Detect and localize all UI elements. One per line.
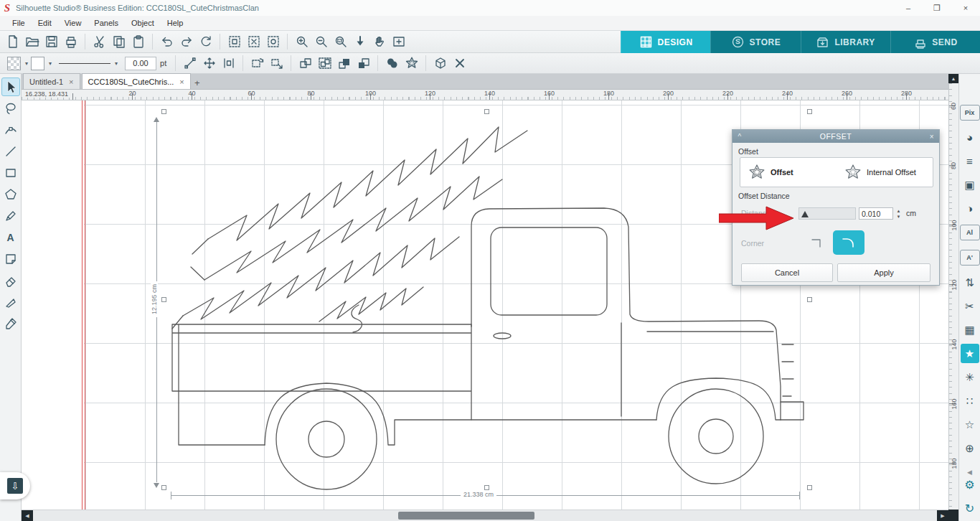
selection-handle[interactable]	[161, 109, 166, 114]
distance-slider[interactable]	[798, 207, 856, 220]
cancel-button[interactable]: Cancel	[741, 263, 833, 282]
save-icon[interactable]	[42, 32, 61, 51]
send-to-back-icon[interactable]	[354, 54, 373, 72]
menu-item[interactable]: Panels	[88, 19, 125, 27]
preferences-gear-icon[interactable]: ⚙	[961, 475, 979, 494]
maximize-icon[interactable]: ❒	[923, 0, 951, 16]
eyedropper-tool[interactable]	[1, 314, 20, 333]
line-tool[interactable]	[1, 142, 20, 161]
corner-round-button[interactable]	[833, 230, 864, 255]
line-segment-icon[interactable]	[180, 54, 199, 72]
puzzle-panel-icon[interactable]: ⊕	[961, 438, 979, 458]
zoom-out-icon[interactable]	[311, 32, 331, 51]
fill-color-swatch[interactable]	[4, 54, 24, 72]
redo-icon[interactable]	[176, 32, 196, 51]
rectangle-tool[interactable]	[1, 164, 20, 182]
line-style-select[interactable]: ▾	[56, 60, 118, 67]
tab-send[interactable]: SEND	[890, 31, 980, 53]
tab-design[interactable]: DESIGN	[621, 31, 710, 53]
tab-close-icon[interactable]: ×	[69, 78, 73, 86]
pixscan-panel-icon[interactable]: Pix	[960, 105, 980, 121]
text-style-panel-icon[interactable]: Al	[960, 225, 980, 240]
modify-panel-icon[interactable]: ✂	[961, 296, 979, 316]
new-tab-button[interactable]: +	[191, 76, 204, 89]
open-file-icon[interactable]	[22, 32, 42, 51]
line-color-swatch[interactable]	[28, 54, 47, 72]
ungroup-icon[interactable]	[315, 54, 334, 72]
line-style-panel-icon[interactable]: ≡	[961, 151, 979, 171]
doc-tab-untitled[interactable]: Untitled-1 ×	[23, 73, 80, 89]
group-icon[interactable]	[296, 54, 315, 72]
tab-library[interactable]: LIBRARY	[801, 31, 890, 53]
selection-handle[interactable]	[484, 109, 489, 114]
zoom-selection-icon[interactable]	[331, 32, 350, 51]
menu-item[interactable]: Edit	[32, 19, 58, 27]
character-panel-icon[interactable]: A'	[960, 250, 980, 266]
library-drawer-handle[interactable]: ⇩	[0, 472, 30, 499]
distribute-icon[interactable]	[219, 54, 238, 72]
offset-tool-icon[interactable]	[402, 54, 421, 72]
line-color-caret-icon[interactable]: ▾	[49, 60, 52, 67]
slider-thumb[interactable]	[801, 211, 809, 217]
tab-close-icon[interactable]: ×	[179, 78, 184, 86]
knife-tool[interactable]	[1, 293, 20, 311]
corner-sharp-button[interactable]	[806, 232, 827, 253]
copy-icon[interactable]	[109, 32, 128, 51]
selection-handle[interactable]	[161, 485, 166, 490]
print-icon[interactable]	[61, 32, 80, 51]
selection-handle[interactable]	[161, 297, 166, 302]
paste-icon[interactable]	[128, 32, 148, 51]
design-canvas[interactable]: 12.195 cm 21.338 cm ^ OFFSET × Offset Of…	[22, 100, 948, 510]
fill-color-panel-icon[interactable]: ◕	[961, 128, 979, 147]
scroll-right-button[interactable]: ▶	[937, 510, 948, 521]
refresh-icon[interactable]	[196, 32, 215, 51]
weld-icon[interactable]	[382, 54, 402, 72]
shade-panel-icon[interactable]: ◑	[961, 199, 979, 218]
distance-spinner[interactable]: ▲ ▼	[895, 207, 903, 220]
fit-to-page-icon[interactable]	[389, 32, 408, 51]
offset-dialog-header[interactable]: ^ OFFSET ×	[732, 130, 939, 143]
stroke-width-input[interactable]	[125, 57, 156, 70]
doc-tab-current[interactable]: CCC180SL_CuteChris... ×	[82, 73, 191, 89]
panel-collapse-icon[interactable]: ^	[732, 133, 747, 141]
eraser-tool[interactable]	[1, 271, 20, 290]
selection-handle[interactable]	[807, 109, 812, 114]
transform-panel-icon[interactable]: ⇅	[961, 273, 979, 292]
menu-item[interactable]: Help	[161, 19, 190, 27]
invert-selection-icon[interactable]	[263, 32, 283, 51]
replicate-panel-icon[interactable]: ▦	[961, 320, 979, 339]
zoom-in-icon[interactable]	[292, 32, 311, 51]
horizontal-scrollbar[interactable]: ◀ ▶	[22, 510, 948, 521]
scale-object-icon[interactable]	[267, 54, 286, 72]
emboss-panel-icon[interactable]: ✳	[961, 367, 979, 387]
edit-points-tool[interactable]	[1, 121, 20, 139]
zoom-drawing-icon[interactable]	[350, 32, 369, 51]
internal-offset-option[interactable]: Internal Offset	[837, 163, 933, 182]
sync-icon[interactable]: ↻	[961, 499, 979, 518]
distance-value-input[interactable]	[859, 207, 893, 220]
notes-tool[interactable]	[1, 250, 20, 268]
text-tool[interactable]: A	[1, 228, 20, 247]
scroll-up-button[interactable]: ▲	[948, 74, 958, 83]
selection-handle[interactable]	[484, 485, 489, 490]
minimize-icon[interactable]: –	[894, 0, 923, 16]
offset-option[interactable]: Offset	[740, 163, 837, 182]
undo-icon[interactable]	[157, 32, 176, 51]
scrollbar-thumb[interactable]	[398, 512, 534, 520]
menu-item[interactable]: File	[6, 19, 32, 27]
scroll-left-button[interactable]: ◀	[22, 510, 33, 521]
menu-item[interactable]: View	[58, 19, 88, 27]
new-document-icon[interactable]	[3, 32, 22, 51]
sketch-panel-icon[interactable]: ☆	[961, 415, 979, 434]
menu-item[interactable]: Object	[125, 19, 161, 27]
apply-button[interactable]: Apply	[837, 263, 930, 282]
select-all-icon[interactable]	[225, 32, 244, 51]
close-icon[interactable]: ×	[951, 0, 980, 16]
freehand-draw-tool[interactable]	[1, 207, 20, 225]
cut-icon[interactable]	[90, 32, 109, 51]
panel-close-icon[interactable]: ×	[925, 133, 939, 141]
bring-to-front-icon[interactable]	[334, 54, 354, 72]
deselect-icon[interactable]	[244, 32, 263, 51]
spin-down-icon[interactable]: ▼	[897, 214, 901, 220]
extrude-3d-icon[interactable]	[430, 54, 450, 72]
